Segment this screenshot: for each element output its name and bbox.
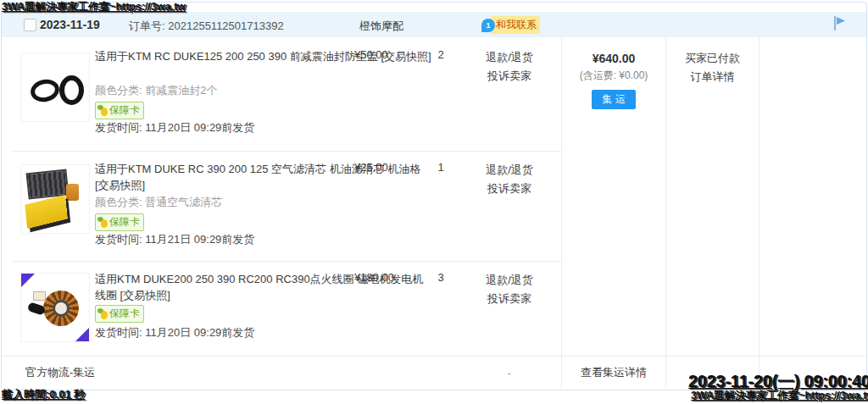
unit-price: ¥180.00 — [354, 271, 394, 284]
item-actions: 退款/退货 投诉卖家 — [471, 271, 548, 308]
order-list-page: 2023-11-19 订单号: 2021255112501713392 橙饰摩配… — [0, 0, 868, 404]
sku-label: 颜色分类: — [95, 84, 142, 97]
unit-price: ¥25.00 — [354, 161, 388, 174]
item-actions: 退款/退货 投诉卖家 — [471, 48, 548, 86]
order-number-label: 订单号: — [129, 19, 165, 32]
corner-triangle-shape — [21, 274, 35, 287]
divider — [2, 356, 866, 357]
ship-time-label: 发货时间: — [95, 121, 142, 134]
ship-time-label: 发货时间: — [95, 326, 142, 339]
product-image-stator-coil[interactable] — [20, 273, 90, 342]
watermark-bottom-right: 3WA題解決專家工作室~https://3wa.tw — [691, 389, 868, 403]
payment-status: 买家已付款 — [666, 49, 759, 68]
order-total: ¥640.00 — [562, 52, 665, 65]
ship-time-value: 11月20日 09:29前发货 — [145, 326, 254, 339]
warranty-card-icon — [97, 217, 108, 228]
complain-seller-link[interactable]: 投诉卖家 — [471, 67, 548, 86]
quantity: 3 — [428, 271, 453, 284]
item-actions: 退款/退货 投诉卖家 — [471, 161, 548, 198]
ship-time-line: 发货时间: 11月20日 09:29前发货 — [95, 325, 254, 340]
order-number: 订单号: 2021255112501713392 — [129, 19, 284, 34]
shipping-fee-note: (含运费: ¥0.00) — [562, 69, 665, 83]
quantity: 2 — [428, 48, 453, 61]
view-consolidation-detail-link[interactable]: 查看集运详情 — [562, 365, 665, 380]
refund-link[interactable]: 退款/退货 — [471, 48, 548, 67]
warranty-card-badge[interactable]: 保障卡 — [95, 213, 144, 231]
warranty-card-icon — [97, 308, 108, 319]
order-checkbox[interactable] — [24, 19, 36, 31]
divider — [12, 261, 561, 262]
divider — [759, 37, 760, 389]
complain-seller-link[interactable]: 投诉卖家 — [471, 180, 548, 198]
contact-seller-button[interactable]: 1 和我联系 — [481, 16, 540, 34]
o-ring-shape — [29, 77, 62, 105]
order-date: 2023-11-19 — [40, 18, 100, 31]
order-status-column: 买家已付款 订单详情 — [666, 49, 759, 86]
product-image-air-filter[interactable] — [20, 164, 90, 234]
order-detail-link[interactable]: 订单详情 — [666, 68, 759, 86]
flag-icon[interactable] — [831, 14, 848, 36]
wangwang-chat-icon[interactable]: 1 — [481, 19, 495, 32]
corner-triangle-shape — [75, 328, 89, 341]
complain-seller-link[interactable]: 投诉卖家 — [471, 290, 548, 308]
ship-time-label: 发货时间: — [95, 233, 142, 246]
warranty-card-icon — [97, 105, 108, 116]
ship-time-line: 发货时间: 11月21日 09:29前发货 — [95, 232, 254, 247]
air-filter-shape — [25, 195, 68, 229]
warranty-card-label: 保障卡 — [109, 215, 140, 230]
shop-name-link[interactable]: 橙饰摩配 — [359, 19, 403, 34]
order-total-column: ¥640.00 (含运费: ¥0.00) 集 运 — [562, 52, 665, 109]
logistics-method: 官方物流-集运 — [25, 365, 95, 380]
warranty-card-label: 保障卡 — [109, 307, 140, 321]
o-ring-shape — [59, 75, 84, 105]
refund-link[interactable]: 退款/退货 — [471, 161, 548, 180]
order-number-value: 2021255112501713392 — [168, 19, 283, 32]
ship-time-value: 11月20日 09:29前发货 — [145, 121, 254, 134]
product-image-oil-seals[interactable] — [20, 53, 90, 122]
oil-filter-shape — [66, 184, 79, 201]
sku-value: 前减震油封2个 — [145, 84, 217, 97]
divider — [665, 37, 666, 389]
footer-placeholder: - — [471, 367, 548, 379]
divider — [12, 151, 561, 152]
connector-shape — [33, 291, 46, 301]
contact-seller-label[interactable]: 和我联系 — [491, 16, 540, 34]
stator-coil-shape — [43, 291, 79, 326]
warranty-card-badge[interactable]: 保障卡 — [95, 305, 144, 323]
consolidate-shipping-button[interactable]: 集 运 — [592, 90, 635, 109]
sku-label: 颜色分类: — [95, 196, 142, 208]
warranty-card-badge[interactable]: 保障卡 — [95, 102, 144, 119]
sku-line: 颜色分类: 前减震油封2个 — [95, 83, 217, 98]
warranty-card-label: 保障卡 — [109, 103, 140, 118]
refund-link[interactable]: 退款/退货 — [471, 271, 548, 290]
quantity: 1 — [428, 161, 453, 174]
unit-price: ¥50.00 — [354, 48, 388, 61]
sku-line: 颜色分类: 普通空气滤清芯 — [95, 195, 222, 210]
ship-time-line: 发货时间: 11月20日 09:29前发货 — [95, 120, 254, 136]
ship-time-value: 11月21日 09:29前发货 — [145, 233, 254, 246]
sku-value: 普通空气滤清芯 — [145, 196, 222, 208]
